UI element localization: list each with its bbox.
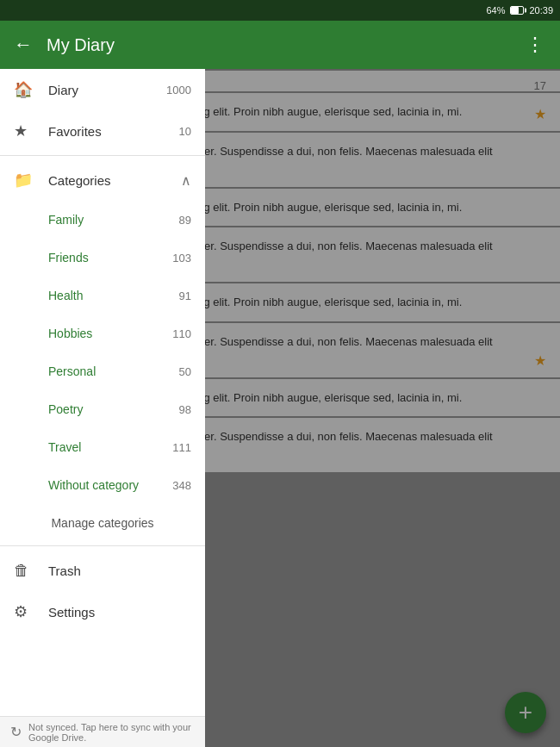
hobbies-label: Hobbies — [48, 327, 172, 340]
sync-text: Not synced. Tap here to sync with your G… — [28, 722, 195, 743]
favorites-count: 10 — [179, 125, 191, 138]
categories-label: Categories — [48, 173, 181, 188]
without-category-count: 348 — [172, 479, 191, 492]
home-icon: 🏠 — [14, 80, 38, 99]
travel-count: 111 — [172, 441, 191, 454]
friends-count: 103 — [172, 252, 191, 265]
navigation-drawer: 🏠 Diary 1000 ★ Favorites 10 📁 Categories… — [0, 69, 205, 747]
poetry-label: Poetry — [48, 402, 179, 416]
personal-label: Personal — [48, 364, 179, 378]
sidebar-item-hobbies[interactable]: Hobbies 110 — [0, 314, 205, 352]
manage-categories-button[interactable]: Manage categories — [0, 504, 205, 542]
time-text: 20:39 — [529, 5, 553, 16]
health-label: Health — [48, 289, 179, 302]
app-title: My Diary — [47, 35, 512, 55]
trash-label: Trash — [48, 563, 191, 578]
sync-bar[interactable]: ↻ Not synced. Tap here to sync with your… — [0, 716, 205, 747]
sidebar-item-without-category[interactable]: Without category 348 — [0, 466, 205, 504]
status-bar: 64% 20:39 — [0, 0, 560, 21]
trash-icon: 🗑 — [14, 562, 38, 580]
personal-count: 50 — [179, 365, 191, 378]
manage-categories-label: Manage categories — [51, 516, 153, 530]
sidebar-item-friends[interactable]: Friends 103 — [0, 239, 205, 277]
sidebar-item-favorites[interactable]: ★ Favorites 10 — [0, 110, 205, 152]
more-options-button[interactable]: ⋮ — [526, 34, 546, 56]
app-container: ← My Diary ⋮ 17 ...dolor sit amet, conse… — [0, 21, 560, 747]
content-area: 17 ...dolor sit amet, consectetur adipis… — [0, 69, 560, 747]
poetry-count: 98 — [179, 403, 191, 416]
sidebar-item-family[interactable]: Family 89 — [0, 201, 205, 239]
battery-icon — [510, 6, 524, 15]
diary-count: 1000 — [166, 84, 191, 96]
friends-label: Friends — [48, 251, 172, 265]
family-count: 89 — [179, 214, 191, 227]
health-count: 91 — [179, 289, 191, 302]
settings-icon: ⚙ — [14, 602, 38, 621]
chevron-up-icon: ∧ — [181, 172, 191, 189]
favorites-label: Favorites — [48, 124, 179, 139]
sync-icon: ↻ — [10, 724, 22, 740]
sidebar-item-diary[interactable]: 🏠 Diary 1000 — [0, 69, 205, 110]
sidebar-item-poetry[interactable]: Poetry 98 — [0, 390, 205, 428]
settings-label: Settings — [48, 605, 191, 619]
folder-icon: 📁 — [14, 171, 38, 190]
sidebar-item-personal[interactable]: Personal 50 — [0, 352, 205, 390]
hobbies-count: 110 — [172, 327, 191, 340]
back-button[interactable]: ← — [14, 34, 33, 56]
star-icon: ★ — [14, 121, 38, 140]
categories-header[interactable]: 📁 Categories ∧ — [0, 159, 205, 201]
sidebar-item-health[interactable]: Health 91 — [0, 277, 205, 314]
divider — [0, 545, 205, 546]
diary-label: Diary — [48, 83, 166, 97]
divider — [0, 155, 205, 156]
toolbar: ← My Diary ⋮ — [0, 21, 560, 69]
battery-text: 64% — [486, 5, 505, 16]
travel-label: Travel — [48, 440, 172, 454]
sidebar-item-travel[interactable]: Travel 111 — [0, 428, 205, 466]
sidebar-item-settings[interactable]: ⚙ Settings — [0, 591, 205, 632]
family-label: Family — [48, 213, 179, 227]
sidebar-item-trash[interactable]: 🗑 Trash — [0, 550, 205, 591]
without-category-label: Without category — [48, 478, 172, 492]
